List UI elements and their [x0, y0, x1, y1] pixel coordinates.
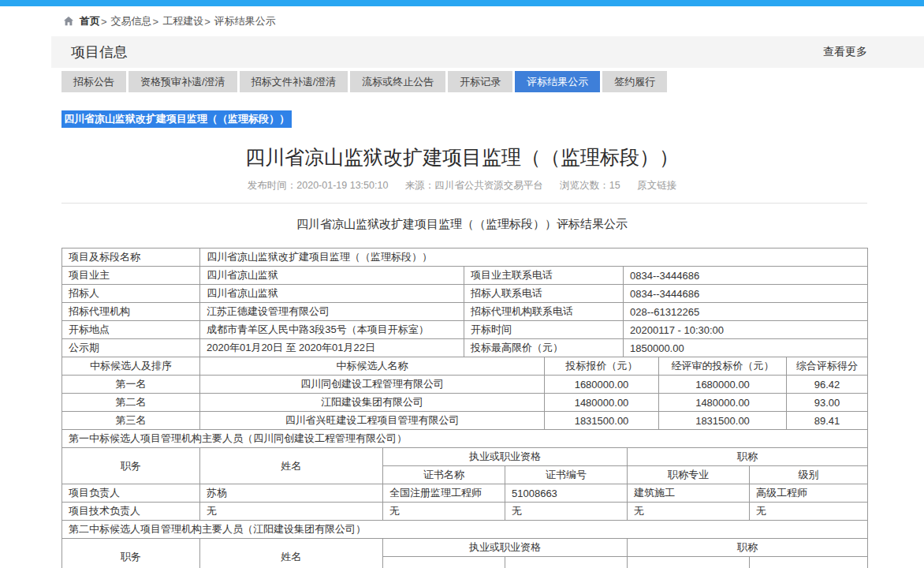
table-row: 项目业主 四川省凉山监狱 项目业主联系电话 0834--3444686	[62, 267, 868, 285]
breadcrumb-item-trade-info[interactable]: 交易信息	[111, 14, 152, 28]
header-name: 姓名	[200, 539, 383, 568]
tab-bid-announcement[interactable]: 招标公告	[61, 71, 126, 92]
header-qualification: 执业或职业资格	[383, 539, 628, 557]
breadcrumb: 首页 > 交易信息 > 工程建设 > 评标结果公示	[0, 6, 924, 36]
article-title: 四川省凉山监狱改扩建项目监理（（监理标段））	[0, 145, 924, 169]
project-info-table: 项目及标段名称 四川省凉山监狱改扩建项目监理（（监理标段）） 项目业主 四川省凉…	[61, 248, 868, 357]
view-more-link[interactable]: 查看更多	[823, 45, 867, 59]
notice-subtitle: 四川省凉山监狱改扩建项目监理（（监理标段））评标结果公示	[0, 217, 924, 231]
candidate-score: 93.00	[787, 394, 868, 412]
section-title-row: 第二中标候选人项目管理机构主要人员（江阳建设集团有限公司）	[62, 521, 868, 539]
cell-value: 四川省凉山监狱	[200, 285, 464, 303]
personnel-table: 第一中标候选人项目管理机构主要人员（四川同创建设工程管理有限公司） 职务 姓名 …	[61, 429, 868, 568]
table-row: 项目及标段名称 四川省凉山监狱改扩建项目监理（（监理标段））	[62, 248, 868, 267]
cell-label: 招标代理机构	[62, 303, 200, 321]
cell-label: 开标地点	[62, 321, 200, 339]
cell-label: 招标人	[62, 285, 200, 303]
header-title-group: 职称	[628, 448, 868, 466]
table-row: 第三名 四川省兴旺建设工程项目管理有限公司 1831500.00 1831500…	[62, 412, 868, 430]
section-header-band: 项目信息 查看更多	[51, 36, 924, 68]
table-header-row: 职务 姓名 执业或职业资格 职称	[62, 448, 868, 466]
header-score: 综合评标得分	[787, 357, 868, 376]
table-row: 项目技术负责人 无 无 无 无 无	[62, 503, 868, 521]
person-title-major: 建筑施工	[628, 484, 750, 503]
candidate-bid: 1480000.00	[545, 394, 659, 412]
header-title-group: 职称	[628, 539, 868, 557]
result-list: 四川省凉山监狱改扩建项目监理（（监理标段））	[61, 110, 924, 128]
header-name: 姓名	[200, 448, 383, 484]
section-title-row: 第一中标候选人项目管理机构主要人员（四川同创建设工程管理有限公司）	[62, 430, 868, 448]
header-title-level: 级别	[750, 466, 868, 484]
view-count: 浏览次数：15	[560, 180, 620, 191]
cell-value: 2020年01月20日 至 2020年01月22日	[200, 339, 464, 357]
candidate-score: 89.41	[787, 412, 868, 430]
table-row: 公示期 2020年01月20日 至 2020年01月22日 投标最高限价（元） …	[62, 339, 868, 357]
person-name: 苏杨	[200, 484, 383, 503]
candidate-bid: 1680000.00	[545, 376, 659, 394]
tab-prequalification-addendum[interactable]: 资格预审补遗/澄清	[129, 71, 237, 92]
table-row: 开标地点 成都市青羊区人民中路3段35号（本项目开标室） 开标时间 202001…	[62, 321, 868, 339]
breadcrumb-separator: >	[101, 16, 107, 28]
divider	[61, 203, 867, 204]
cell-label: 项目及标段名称	[62, 248, 200, 267]
tab-bid-doc-addendum[interactable]: 招标文件补遗/澄清	[240, 71, 348, 92]
candidate-name: 江阳建设集团有限公司	[200, 394, 545, 412]
candidate-rank: 第一名	[62, 376, 200, 394]
cell-value: 江苏正德建设管理有限公司	[200, 303, 464, 321]
cell-label: 招标代理机构联系电话	[464, 303, 624, 321]
header-candidate-name: 中标候选人名称	[200, 357, 545, 376]
person-name: 无	[200, 503, 383, 521]
cell-label: 项目业主联系电话	[464, 267, 624, 285]
table-row: 项目负责人 苏杨 全国注册监理工程师 51008663 建筑施工 高级工程师	[62, 484, 868, 503]
table-header-row: 职务 姓名 执业或职业资格 职称	[62, 539, 868, 557]
candidate-rank: 第三名	[62, 412, 200, 430]
candidate-bid: 1831500.00	[545, 412, 659, 430]
cell-value: 1850000.00	[624, 339, 868, 357]
candidate-evaluated: 1680000.00	[659, 376, 787, 394]
candidate-evaluated: 1480000.00	[659, 394, 787, 412]
cell-value: 0834--3444686	[624, 285, 868, 303]
person-title-level: 高级工程师	[750, 484, 868, 503]
cell-value: 0834--3444686	[624, 267, 868, 285]
personnel1-section-title: 第一中标候选人项目管理机构主要人员（四川同创建设工程管理有限公司）	[62, 430, 868, 448]
candidate-evaluated: 1831500.00	[659, 412, 787, 430]
cell-value: 四川省凉山监狱改扩建项目监理（（监理标段））	[200, 248, 868, 267]
header-bid-price: 投标报价（元）	[545, 357, 659, 376]
header-title-major: 职称专业	[628, 466, 750, 484]
table-header-row: 中标候选人及排序 中标候选人名称 投标报价（元） 经评审的投标价（元） 综合评标…	[62, 357, 868, 376]
tab-bid-opening-record[interactable]: 开标记录	[448, 71, 512, 92]
person-cert-no: 51008663	[505, 484, 628, 503]
original-text-link[interactable]: 原文链接	[637, 180, 676, 191]
cell-label: 招标人联系电话	[464, 285, 624, 303]
breadcrumb-separator: >	[153, 16, 159, 28]
breadcrumb-separator: >	[204, 16, 211, 28]
candidates-table: 中标候选人及排序 中标候选人名称 投标报价（元） 经评审的投标价（元） 综合评标…	[61, 357, 868, 430]
tab-contract-performance[interactable]: 签约履行	[602, 71, 667, 92]
cell-label: 公示期	[62, 339, 200, 357]
person-cert-name: 全国注册监理工程师	[383, 484, 505, 503]
table-row: 第二名 江阳建设集团有限公司 1480000.00 1480000.00 93.…	[62, 394, 868, 412]
breadcrumb-home-link[interactable]: 首页	[80, 14, 100, 28]
candidate-rank: 第二名	[62, 394, 200, 412]
person-cert-no: 无	[505, 503, 628, 521]
cell-label: 投标最高限价（元）	[464, 339, 624, 357]
selected-result-link[interactable]: 四川省凉山监狱改扩建项目监理（（监理标段））	[61, 110, 292, 128]
header-qualification: 执业或职业资格	[383, 448, 628, 466]
person-title-major: 无	[628, 503, 750, 521]
person-duty: 项目技术负责人	[62, 503, 200, 521]
tab-evaluation-result[interactable]: 评标结果公示	[515, 71, 600, 92]
cell-label: 项目业主	[62, 267, 200, 285]
candidate-name: 四川省兴旺建设工程项目管理有限公司	[200, 412, 545, 430]
person-title-level: 无	[750, 503, 868, 521]
source: 来源：四川省公共资源交易平台	[405, 180, 543, 191]
top-blue-bar	[0, 0, 924, 6]
header-cert-no: 证书编号	[505, 466, 628, 484]
page-title: 项目信息	[71, 43, 128, 62]
tab-failed-or-terminated[interactable]: 流标或终止公告	[350, 71, 445, 92]
cell-value: 四川省凉山监狱	[200, 267, 464, 285]
table-row: 第一名 四川同创建设工程管理有限公司 1680000.00 1680000.00…	[62, 376, 868, 394]
breadcrumb-item-engineering[interactable]: 工程建设	[162, 14, 203, 28]
person-duty: 项目负责人	[62, 484, 200, 503]
tab-bar: 招标公告 资格预审补遗/澄清 招标文件补遗/澄清 流标或终止公告 开标记录 评标…	[61, 71, 924, 92]
breadcrumb-item-current: 评标结果公示	[214, 14, 276, 28]
